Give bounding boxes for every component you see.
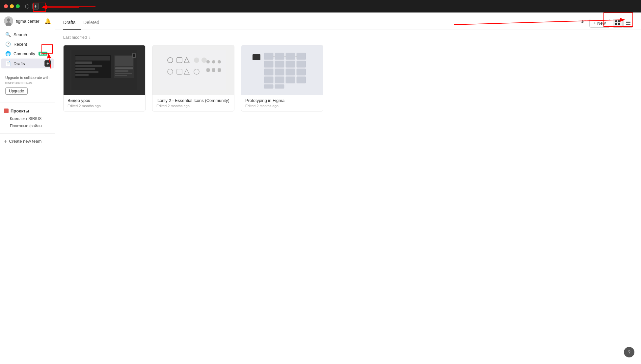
team-sub-item-0[interactable]: Комплект SIRIUS (0, 115, 55, 122)
file-info-iconly: Iconly 2 - Essential Icons (Community) E… (152, 95, 234, 111)
svg-rect-54 (264, 69, 273, 75)
svg-rect-53 (297, 61, 306, 67)
search-label: Search (13, 32, 27, 37)
svg-rect-45 (253, 54, 260, 60)
beta-badge: Beta (39, 52, 48, 56)
svg-rect-41 (206, 68, 210, 72)
svg-rect-57 (297, 69, 306, 75)
username-label: figma.center (16, 19, 40, 24)
svg-rect-25 (115, 70, 128, 72)
file-name-video-urok: Видео урок (67, 98, 141, 103)
team-section: Проекты Комплект SIRIUS Полезные файлы (0, 106, 55, 131)
import-button[interactable] (578, 18, 587, 28)
file-card-iconly[interactable]: Iconly 2 - Essential Icons (Community) E… (152, 45, 234, 111)
svg-rect-26 (115, 73, 132, 74)
svg-rect-43 (218, 68, 221, 72)
upgrade-box: Upgrade to collaborate with more teammat… (3, 73, 52, 97)
svg-rect-8 (618, 20, 620, 22)
list-view-button[interactable] (623, 19, 633, 28)
svg-rect-13 (626, 24, 630, 25)
svg-rect-17 (75, 61, 92, 64)
svg-rect-50 (264, 61, 273, 67)
upgrade-button[interactable]: Upgrade (5, 87, 28, 95)
file-card-prototyping[interactable]: Prototyping in Figma Edited 2 months ago (241, 45, 323, 111)
svg-rect-49 (297, 53, 306, 60)
svg-rect-29 (133, 54, 135, 57)
close-dot[interactable] (4, 4, 8, 8)
svg-rect-47 (275, 53, 284, 60)
svg-rect-7 (615, 20, 617, 22)
sort-label: Last modified (63, 35, 87, 40)
file-meta-iconly: Edited 2 months ago (156, 104, 230, 108)
notification-bell-icon[interactable]: 🔔 (44, 18, 51, 24)
sidebar-item-recent[interactable]: 🕐 Recent (1, 39, 54, 49)
main-header: Drafts Deleted + New (55, 12, 641, 30)
sort-bar[interactable]: Last modified ↓ (63, 35, 633, 40)
tab-deleted[interactable]: Deleted (83, 16, 104, 30)
sort-arrow-icon: ↓ (89, 35, 91, 40)
drafts-add-button[interactable]: + (44, 60, 51, 67)
svg-rect-27 (115, 75, 127, 76)
file-name-iconly: Iconly 2 - Essential Icons (Community) (156, 98, 230, 103)
svg-rect-9 (615, 23, 617, 25)
svg-rect-42 (212, 68, 215, 72)
file-meta-video-urok: Edited 2 months ago (67, 104, 141, 108)
search-icon: 🔍 (5, 32, 11, 37)
file-meta-prototyping: Edited 2 months ago (245, 104, 319, 108)
content-area: Last modified ↓ (55, 30, 641, 364)
recent-icon: 🕐 (5, 41, 11, 47)
svg-rect-62 (264, 85, 273, 88)
new-file-button[interactable]: + New (589, 19, 610, 28)
svg-rect-55 (275, 69, 284, 75)
figma-icon: ⬡ (25, 3, 30, 10)
svg-rect-19 (75, 68, 95, 70)
titlebar: ⬡ + (0, 0, 641, 12)
svg-rect-12 (626, 22, 630, 23)
svg-rect-24 (115, 67, 133, 69)
community-icon: 🌐 (5, 51, 11, 56)
window-controls (4, 4, 20, 8)
file-thumbnail-prototyping (241, 45, 323, 95)
grid-view-button[interactable] (613, 19, 623, 28)
file-grid: Видео урок Edited 2 months ago (63, 45, 633, 111)
create-team-button[interactable]: + Create new team (0, 136, 55, 146)
svg-rect-51 (275, 61, 284, 67)
view-toggle (613, 19, 633, 28)
team-sub-item-1[interactable]: Полезные файлы (0, 122, 55, 130)
sidebar-item-community[interactable]: 🌐 Community Beta (1, 49, 54, 58)
help-button[interactable]: ? (624, 347, 634, 357)
svg-rect-21 (75, 74, 89, 76)
svg-rect-30 (160, 50, 226, 90)
svg-point-40 (218, 60, 221, 63)
avatar (4, 16, 13, 26)
community-label: Community (13, 51, 35, 56)
main-content: Drafts Deleted + New (55, 12, 641, 364)
team-header[interactable]: Проекты (0, 107, 55, 115)
svg-rect-63 (275, 85, 284, 88)
drafts-label: Drafts (13, 61, 25, 66)
svg-rect-61 (297, 77, 306, 83)
tab-drafts[interactable]: Drafts (63, 16, 81, 30)
maximize-dot[interactable] (16, 4, 20, 8)
new-tab-button[interactable]: + (32, 3, 39, 10)
sidebar-nav: 🔍 Search 🕐 Recent 🌐 Community Beta 📄 Dra… (0, 28, 55, 70)
file-info-prototyping: Prototyping in Figma Edited 2 months ago (241, 95, 323, 111)
svg-rect-56 (286, 69, 295, 75)
file-name-prototyping: Prototyping in Figma (245, 98, 319, 103)
user-info: figma.center (4, 16, 40, 26)
recent-label: Recent (13, 42, 27, 47)
svg-rect-6 (580, 24, 585, 24)
sidebar-divider (0, 103, 55, 103)
svg-rect-48 (286, 53, 295, 60)
sidebar-item-search[interactable]: 🔍 Search (1, 30, 54, 39)
minimize-dot[interactable] (10, 4, 14, 8)
file-card-video-urok[interactable]: Видео урок Edited 2 months ago (63, 45, 146, 111)
team-color-icon (4, 109, 9, 113)
file-info-video-urok: Видео урок Edited 2 months ago (64, 95, 145, 111)
svg-rect-20 (75, 71, 98, 73)
svg-point-38 (206, 60, 210, 63)
sidebar-item-drafts[interactable]: 📄 Drafts + (1, 59, 54, 68)
file-thumbnail-video-urok (64, 45, 145, 95)
app-layout: figma.center 🔔 🔍 Search 🕐 Recent 🌐 Commu… (0, 12, 641, 364)
svg-rect-10 (618, 23, 620, 25)
